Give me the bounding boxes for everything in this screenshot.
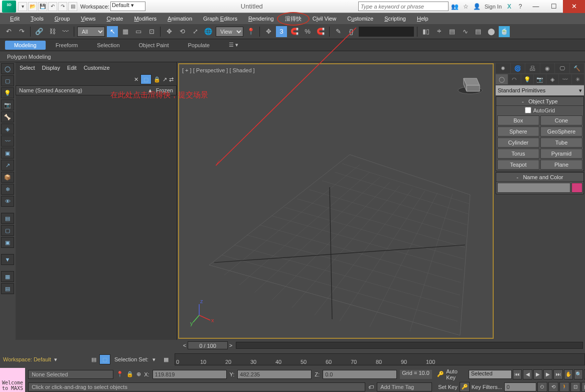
slider-left-icon[interactable]: < [182,342,188,348]
coord-z[interactable] [323,370,397,379]
named-sel-icon[interactable]: {} [346,26,357,37]
ribbon-object-paint[interactable]: Object Paint [130,41,178,50]
manip-icon[interactable]: ✥ [263,26,274,37]
cmd-hierarchy-icon[interactable]: 品 [525,63,540,73]
scale-icon[interactable]: ⤢ [190,26,201,37]
coord-y[interactable] [237,370,312,379]
ribbon-polygon[interactable]: Polygon Modeling [7,54,51,60]
timetag-label[interactable]: Add Time Tag [377,382,432,391]
minimize-button[interactable]: — [527,0,545,13]
menu-views[interactable]: Views [76,15,100,23]
selection-filter-combo[interactable]: All [77,27,105,37]
cmd-modify-icon[interactable]: 🌀 [511,63,525,73]
cmd-utility-icon[interactable]: 🔨 [570,63,584,73]
network-icon[interactable]: 👥 [452,3,459,10]
cat-shape-icon[interactable]: ◠ [508,74,520,84]
redo-icon[interactable]: ↷ [16,26,27,37]
select-name-icon[interactable]: ▦ [120,26,131,37]
scene-select[interactable]: Select [20,65,35,71]
cat-geom-icon[interactable]: ◯ [496,74,508,84]
scene-customize[interactable]: Customize [84,65,110,71]
isolate-icon[interactable]: ▦ [164,356,175,363]
ltool-lock-icon[interactable]: ▦ [1,271,14,282]
ltool-invert-icon[interactable]: ▣ [1,237,14,248]
ribbon-dropdown-icon[interactable]: ☰ ▾ [220,40,247,50]
signin-link[interactable]: Sign In [485,4,502,10]
autogrid-check[interactable] [525,107,531,113]
qat-new-icon[interactable]: ▾ [18,2,27,11]
qat-redo-icon[interactable]: ↷ [58,2,67,11]
cat-system-icon[interactable]: ✳ [572,74,584,84]
app-logo[interactable] [2,1,16,13]
autokey-label[interactable]: Auto Key [445,368,468,380]
ribbon-selection[interactable]: Selection [88,41,128,50]
snap-toggle-icon[interactable]: 3 [276,26,287,37]
search-input[interactable] [358,2,449,11]
ltool-layer-icon[interactable]: ▤ [1,283,14,294]
qat-project-icon[interactable]: ▤ [68,2,77,11]
cat-helper-icon[interactable]: ◈ [546,74,558,84]
nav-max-icon[interactable]: ⊡ [570,382,580,392]
scene-body[interactable] [16,95,177,340]
star-icon[interactable]: ☆ [463,3,470,10]
percent-snap-icon[interactable]: % [302,26,313,37]
object-name-input[interactable] [497,183,570,193]
menu-modifiers[interactable]: Modifiers [129,15,162,23]
menu-graph[interactable]: Graph Editors [198,15,242,23]
curve-editor-icon[interactable]: ∿ [460,26,471,37]
goto-end-icon[interactable]: ⏭ [553,369,562,379]
viewport[interactable]: [ + ] [ Perspective ] [ Shaded ] [178,63,494,339]
setkey-label[interactable]: Set Key [437,384,459,390]
move-icon[interactable]: ✥ [164,26,175,37]
timetag-icon[interactable]: 🏷 [368,384,374,390]
prev-frame-icon[interactable]: ◀ [523,369,532,379]
qat-save-icon[interactable]: 💾 [38,2,47,11]
exchange-icon[interactable]: X [506,3,513,10]
qat-open-icon[interactable]: 📂 [28,2,37,11]
ltool-container-icon[interactable]: 📦 [1,172,14,183]
coord-system-combo[interactable]: View [216,27,243,37]
angle-snap-icon[interactable]: 🧲 [289,26,300,37]
ltool-freeze-icon[interactable]: ❄ [1,184,14,195]
menu-scripting[interactable]: Scripting [379,15,411,23]
render-setup-icon[interactable]: 🍵 [499,26,510,37]
window-crossing-icon[interactable]: ⊡ [146,26,157,37]
menu-xuan[interactable]: 渲得快 [280,14,307,24]
mirror-icon[interactable]: ▮▯ [420,26,431,37]
slider-right-icon[interactable]: > [228,342,234,348]
edit-named-icon[interactable]: ✎ [333,26,344,37]
cat-space-icon[interactable]: 〰 [559,74,571,84]
ltool-none-icon[interactable]: ▢ [1,225,14,236]
keyfilters-label[interactable]: Key Filters... [471,384,503,390]
workspace-status[interactable]: Workspace: Default [3,356,51,362]
ribbon-populate[interactable]: Populate [179,41,218,50]
unlink-icon[interactable]: ⛓ [47,26,58,37]
ltool-filter-icon[interactable]: ▼ [1,254,14,265]
layer-icon[interactable]: ▤ [88,356,99,363]
nav-zoom-icon[interactable]: 🔍 [574,369,583,379]
pivot-icon[interactable]: 📍 [245,26,256,37]
ribbon-freeform[interactable]: Freeform [47,41,87,50]
scene-display[interactable]: Display [42,65,60,71]
goto-start-icon[interactable]: ⏮ [513,369,522,379]
spinner-snap-icon[interactable]: 🧲 [315,26,326,37]
layer-icon[interactable]: ▤ [447,26,458,37]
ltool-helper-icon[interactable]: ◈ [1,123,14,135]
time-slider-track[interactable] [236,342,583,349]
user-icon[interactable]: 👤 [474,3,481,10]
menu-help[interactable]: Help [412,15,433,23]
menu-civil[interactable]: Civil View [308,15,342,23]
scene-find-icon[interactable]: ▢ [140,74,152,84]
menu-create[interactable]: Create [101,15,128,23]
scene-lock-icon[interactable]: 🔒 [154,76,161,83]
ltool-xref-icon[interactable]: ↗ [1,160,14,171]
ltool-light-icon[interactable]: 💡 [1,87,14,98]
play-icon[interactable]: ▶ [533,369,542,379]
btn-pyramid[interactable]: Pyramid [540,149,582,159]
cat-light-icon[interactable]: 💡 [521,74,533,84]
nav-orbit-icon[interactable]: ⟲ [548,382,558,392]
btn-cylinder[interactable]: Cylinder [497,138,539,148]
ltool-group-icon[interactable]: ▣ [1,148,14,159]
menu-edit[interactable]: EEditdit [5,15,25,23]
btn-geosphere[interactable]: GeoSphere [540,126,582,137]
